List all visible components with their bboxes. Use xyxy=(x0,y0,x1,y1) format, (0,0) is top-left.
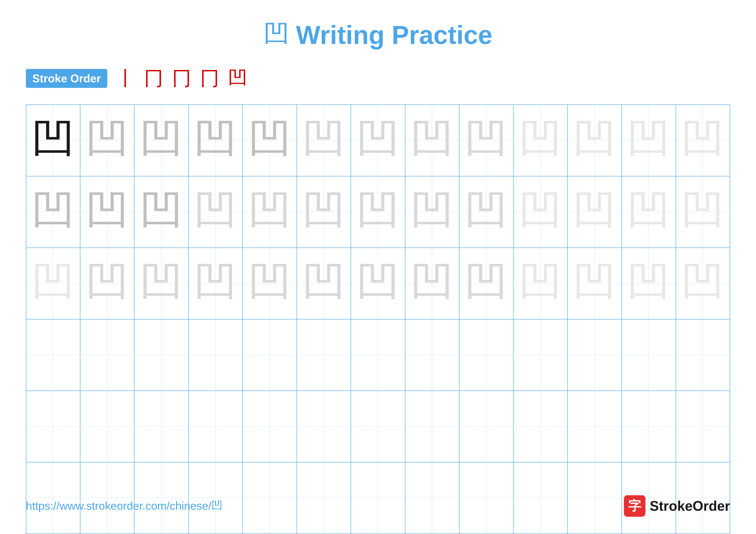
cell-4-7[interactable] xyxy=(351,319,405,391)
cell-3-13[interactable]: 凹 xyxy=(676,248,730,319)
cell-3-10[interactable]: 凹 xyxy=(514,248,568,319)
cell-1-8[interactable]: 凹 xyxy=(405,105,459,176)
cell-2-12[interactable]: 凹 xyxy=(622,176,676,247)
cell-5-13[interactable] xyxy=(676,391,730,462)
cell-2-10[interactable]: 凹 xyxy=(514,176,568,247)
footer-url[interactable]: https://www.strokeorder.com/chinese/凹 xyxy=(26,498,223,514)
page: 凹 Writing Practice Stroke Order 丨 冂 冂 冂 … xyxy=(0,0,756,534)
cell-1-3[interactable]: 凹 xyxy=(134,105,189,176)
cell-5-6[interactable] xyxy=(297,391,351,462)
cell-5-3[interactable] xyxy=(134,391,189,462)
char-2-11: 凹 xyxy=(573,191,616,234)
cell-4-5[interactable] xyxy=(243,319,297,391)
cell-3-12[interactable]: 凹 xyxy=(622,248,676,319)
cell-2-9[interactable]: 凹 xyxy=(459,176,514,247)
cell-2-2[interactable]: 凹 xyxy=(80,176,134,247)
cell-1-10[interactable]: 凹 xyxy=(514,105,568,176)
cell-2-13[interactable]: 凹 xyxy=(676,176,730,247)
cell-2-5[interactable]: 凹 xyxy=(243,176,297,247)
footer: https://www.strokeorder.com/chinese/凹 字 … xyxy=(26,495,730,517)
char-1-7: 凹 xyxy=(357,119,399,162)
char-3-8: 凹 xyxy=(411,262,454,305)
char-3-12: 凹 xyxy=(627,262,670,305)
char-2-4: 凹 xyxy=(194,191,237,234)
cell-3-5[interactable]: 凹 xyxy=(243,248,297,319)
cell-5-9[interactable] xyxy=(459,391,514,462)
cell-5-10[interactable] xyxy=(514,391,568,462)
cell-5-11[interactable] xyxy=(568,391,622,462)
cell-2-11[interactable]: 凹 xyxy=(568,176,622,247)
cell-1-6[interactable]: 凹 xyxy=(297,105,351,176)
cell-4-3[interactable] xyxy=(134,319,189,391)
cell-3-7[interactable]: 凹 xyxy=(351,248,405,319)
cell-1-5[interactable]: 凹 xyxy=(243,105,297,176)
grid-row-4 xyxy=(26,319,730,391)
grid-row-2: 凹 凹 凹 凹 凹 凹 凹 凹 凹 凹 凹 凹 凹 xyxy=(26,176,730,248)
char-1-12: 凹 xyxy=(627,119,670,162)
cell-2-1[interactable]: 凹 xyxy=(26,176,80,247)
cell-1-12[interactable]: 凹 xyxy=(622,105,676,176)
char-3-1: 凹 xyxy=(32,262,75,305)
practice-grid: 凹 凹 凹 凹 凹 凹 凹 凹 凹 凹 凹 凹 凹 凹 凹 凹 凹 凹 凹 凹 … xyxy=(26,105,730,534)
cell-4-12[interactable] xyxy=(622,319,676,391)
footer-logo: 字 StrokeOrder xyxy=(624,495,730,517)
stroke-step-5: 凹 xyxy=(228,65,247,91)
char-3-5: 凹 xyxy=(248,262,291,305)
stroke-step-2: 冂 xyxy=(144,65,163,91)
cell-5-1[interactable] xyxy=(26,391,80,462)
stroke-order-badge: Stroke Order xyxy=(26,69,107,88)
cell-1-4[interactable]: 凹 xyxy=(189,105,243,176)
char-3-9: 凹 xyxy=(465,262,508,305)
cell-4-6[interactable] xyxy=(297,319,351,391)
cell-1-9[interactable]: 凹 xyxy=(459,105,514,176)
char-3-11: 凹 xyxy=(573,262,616,305)
cell-3-11[interactable]: 凹 xyxy=(568,248,622,319)
cell-4-11[interactable] xyxy=(568,319,622,391)
cell-5-8[interactable] xyxy=(405,391,459,462)
char-2-13: 凹 xyxy=(681,191,724,234)
cell-3-9[interactable]: 凹 xyxy=(459,248,514,319)
cell-4-4[interactable] xyxy=(189,319,243,391)
cell-1-11[interactable]: 凹 xyxy=(568,105,622,176)
cell-4-13[interactable] xyxy=(676,319,730,391)
char-3-4: 凹 xyxy=(194,262,237,305)
char-2-5: 凹 xyxy=(248,191,291,234)
cell-4-2[interactable] xyxy=(80,319,134,391)
cell-3-1[interactable]: 凹 xyxy=(26,248,80,319)
cell-1-2[interactable]: 凹 xyxy=(80,105,134,176)
stroke-step-3: 冂 xyxy=(172,65,191,91)
cell-5-12[interactable] xyxy=(622,391,676,462)
cell-1-1[interactable]: 凹 xyxy=(26,105,80,176)
char-2-8: 凹 xyxy=(411,191,454,234)
cell-2-3[interactable]: 凹 xyxy=(134,176,189,247)
char-3-7: 凹 xyxy=(357,262,399,305)
cell-5-5[interactable] xyxy=(243,391,297,462)
cell-2-4[interactable]: 凹 xyxy=(189,176,243,247)
cell-1-7[interactable]: 凹 xyxy=(351,105,405,176)
cell-3-3[interactable]: 凹 xyxy=(134,248,189,319)
char-1-5: 凹 xyxy=(248,119,291,162)
cell-3-8[interactable]: 凹 xyxy=(405,248,459,319)
strokeorder-logo-icon: 字 xyxy=(624,495,645,517)
stroke-order-row: Stroke Order 丨 冂 冂 冂 凹 xyxy=(26,65,730,91)
grid-row-5 xyxy=(26,391,730,463)
cell-3-2[interactable]: 凹 xyxy=(80,248,134,319)
char-1-8: 凹 xyxy=(411,119,454,162)
cell-2-7[interactable]: 凹 xyxy=(351,176,405,247)
cell-4-8[interactable] xyxy=(405,319,459,391)
char-3-10: 凹 xyxy=(519,262,562,305)
cell-5-4[interactable] xyxy=(189,391,243,462)
cell-1-13[interactable]: 凹 xyxy=(676,105,730,176)
cell-5-2[interactable] xyxy=(80,391,134,462)
cell-4-10[interactable] xyxy=(514,319,568,391)
cell-3-4[interactable]: 凹 xyxy=(189,248,243,319)
cell-4-9[interactable] xyxy=(459,319,514,391)
cell-2-6[interactable]: 凹 xyxy=(297,176,351,247)
cell-3-6[interactable]: 凹 xyxy=(297,248,351,319)
char-2-6: 凹 xyxy=(302,191,345,234)
logo-char: 字 xyxy=(628,497,641,515)
char-1-10: 凹 xyxy=(519,119,562,162)
cell-5-7[interactable] xyxy=(351,391,405,462)
cell-4-1[interactable] xyxy=(26,319,80,391)
cell-2-8[interactable]: 凹 xyxy=(405,176,459,247)
